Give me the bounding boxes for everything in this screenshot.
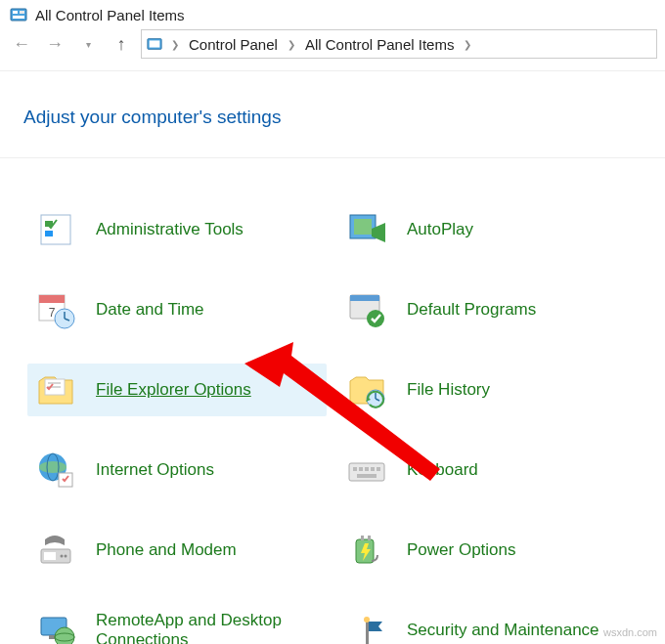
- svg-rect-1: [13, 11, 18, 14]
- item-label: Default Programs: [407, 300, 536, 320]
- svg-rect-40: [44, 552, 56, 560]
- svg-point-52: [364, 617, 370, 623]
- admin-tools-icon: [35, 209, 76, 250]
- svg-point-42: [65, 555, 67, 558]
- internet-options-icon: [35, 450, 76, 491]
- item-label: Keyboard: [407, 460, 478, 480]
- titlebar: All Control Panel Items: [0, 0, 665, 25]
- default-programs-icon: [346, 289, 387, 330]
- breadcrumb-current[interactable]: All Control Panel Items: [303, 36, 457, 53]
- control-panel-icon: [10, 6, 27, 23]
- navbar: ← → ▾ ↑ ❯ Control Panel ❯ All Control Pa…: [0, 25, 665, 71]
- file-history-icon: [346, 369, 387, 410]
- item-label: File History: [407, 380, 490, 400]
- svg-rect-0: [11, 9, 26, 21]
- item-phone-and-modem[interactable]: Phone and Modem: [27, 524, 327, 577]
- svg-rect-5: [150, 40, 160, 47]
- item-label: Date and Time: [96, 300, 204, 320]
- item-label: Power Options: [407, 540, 516, 560]
- remoteapp-icon: [35, 610, 76, 644]
- item-autoplay[interactable]: AutoPlay: [338, 203, 638, 256]
- chevron-right-icon: ❯: [460, 39, 475, 50]
- svg-rect-35: [365, 467, 369, 471]
- item-date-and-time[interactable]: 7 Date and Time: [27, 283, 327, 336]
- item-remoteapp[interactable]: RemoteApp and Desktop Connections: [27, 604, 327, 644]
- svg-rect-44: [361, 536, 364, 540]
- item-security-maintenance[interactable]: Security and Maintenance: [338, 604, 638, 644]
- item-label: Internet Options: [96, 460, 214, 480]
- item-internet-options[interactable]: Internet Options: [27, 444, 327, 496]
- svg-rect-37: [377, 467, 380, 471]
- chevron-right-icon: ❯: [167, 39, 183, 50]
- power-options-icon: [346, 530, 387, 571]
- item-label: Phone and Modem: [96, 540, 237, 560]
- svg-rect-2: [20, 11, 24, 14]
- autoplay-icon: [346, 209, 387, 250]
- svg-rect-36: [371, 467, 375, 471]
- watermark: wsxdn.com: [603, 626, 657, 638]
- chevron-right-icon: ❯: [284, 39, 299, 50]
- address-icon: [146, 35, 163, 53]
- svg-rect-34: [359, 467, 363, 471]
- item-label: RemoteApp and Desktop Connections: [96, 611, 301, 644]
- svg-rect-38: [357, 474, 377, 478]
- breadcrumb-root[interactable]: Control Panel: [187, 36, 280, 53]
- item-label: Administrative Tools: [96, 220, 244, 239]
- svg-point-41: [61, 555, 64, 558]
- up-button[interactable]: ↑: [108, 30, 135, 58]
- svg-rect-45: [368, 536, 371, 540]
- security-maintenance-icon: [346, 610, 387, 644]
- item-label: AutoPlay: [407, 220, 473, 239]
- address-bar[interactable]: ❯ Control Panel ❯ All Control Panel Item…: [141, 29, 657, 59]
- item-label: Security and Maintenance: [407, 621, 599, 640]
- item-label: File Explorer Options: [96, 380, 251, 400]
- date-time-icon: 7: [35, 289, 76, 330]
- phone-modem-icon: [35, 530, 76, 571]
- items-grid: Administrative Tools AutoPlay 7 Date and…: [0, 158, 665, 644]
- svg-rect-33: [353, 467, 357, 471]
- forward-button[interactable]: →: [41, 30, 68, 58]
- svg-rect-10: [354, 219, 372, 235]
- svg-rect-8: [45, 231, 53, 236]
- item-administrative-tools[interactable]: Administrative Tools: [27, 203, 327, 256]
- item-default-programs[interactable]: Default Programs: [338, 283, 638, 336]
- window-title: All Control Panel Items: [35, 7, 185, 23]
- svg-rect-19: [350, 295, 379, 301]
- page-heading: Adjust your computer's settings: [0, 71, 665, 157]
- svg-rect-6: [41, 215, 70, 244]
- svg-rect-32: [349, 463, 384, 481]
- back-button[interactable]: ←: [8, 30, 35, 58]
- svg-rect-51: [366, 622, 369, 644]
- recent-locations-button[interactable]: ▾: [74, 30, 102, 58]
- svg-rect-13: [39, 295, 65, 303]
- item-power-options[interactable]: Power Options: [338, 524, 638, 577]
- item-file-explorer-options[interactable]: File Explorer Options: [27, 364, 327, 416]
- item-file-history[interactable]: File History: [338, 364, 638, 416]
- file-explorer-options-icon: [35, 369, 76, 410]
- svg-rect-3: [13, 16, 24, 19]
- svg-point-29: [39, 461, 66, 473]
- keyboard-icon: [346, 450, 387, 491]
- item-keyboard[interactable]: Keyboard: [338, 444, 638, 496]
